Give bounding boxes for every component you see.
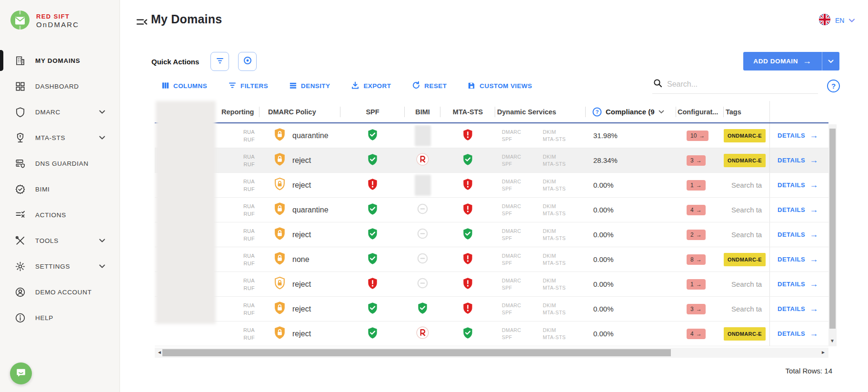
configurations-badge[interactable]: 8→ [687,254,706,265]
table-row[interactable]: RUARUF none DMARCSPF DKIMMTA-STS 0.00% 8… [155,247,828,272]
table-row[interactable]: RUARUF reject DMARCSPF DKIMMTA-STS 0.00%… [155,173,828,198]
tag-search-placeholder[interactable]: Search ta [724,206,762,214]
tags-cell: ONDMARC-E [724,148,769,172]
scroll-right-icon[interactable]: ► [821,350,826,355]
details-link[interactable]: DETAILS → [769,322,828,346]
details-link[interactable]: DETAILS → [769,297,828,321]
details-link[interactable]: DETAILS → [769,272,828,296]
scroll-down-icon[interactable]: ▼ [830,338,835,343]
sidebar-item-help[interactable]: HELP [0,305,120,331]
bimi-cell [405,123,440,148]
table-row[interactable]: RUARUF reject DMARCSPF DKIMMTA-STS 0.00%… [155,297,828,322]
column-header-mta-sts[interactable]: MTA-STS [440,101,495,122]
configurations-badge[interactable]: 10→ [687,131,708,141]
tag-badge[interactable]: ONDMARC-E [724,327,766,341]
brand-logo[interactable]: RED SIFT OnDMARC [10,10,79,32]
sidebar-item-mta-sts[interactable]: MTA-STS [0,125,120,151]
toolbar-filters-button[interactable]: FILTERS [228,81,268,91]
tag-badge[interactable]: ONDMARC-E [724,129,766,142]
table-row[interactable]: RUARUF quarantine DMARCSPF DKIMMTA-STS 3… [155,123,828,148]
tag-search-placeholder[interactable]: Search ta [724,280,762,288]
uk-flag-icon [818,13,831,28]
column-header-configurat-[interactable]: Configurat... [676,101,724,122]
configurations-badge[interactable]: 3→ [687,304,706,314]
configurations-badge[interactable]: 3→ [687,155,706,166]
horizontal-scrollbar[interactable]: ◄ ► [155,348,828,358]
column-header-compliance-9[interactable]: ? Compliance (9 [586,101,676,122]
configurations-badge[interactable]: 4→ [687,205,706,215]
configurations-badge[interactable]: 1→ [687,279,706,290]
details-link[interactable]: DETAILS → [769,198,828,222]
add-domain-dropdown[interactable] [822,60,839,63]
toolbar-custom-views-button[interactable]: CUSTOM VIEWS [468,81,532,91]
details-link[interactable]: DETAILS → [769,123,828,148]
tag-search-placeholder[interactable]: Search ta [724,181,762,189]
sidebar-item-my-domains[interactable]: MY DOMAINS [0,48,120,73]
details-link[interactable]: DETAILS → [769,247,828,271]
table-row[interactable]: RUARUF quarantine DMARCSPF DKIMMTA-STS 0… [155,198,828,222]
table-row[interactable]: RUARUF reject DMARCSPF DKIMMTA-STS 0.00%… [155,272,828,297]
sort-chevron-icon[interactable] [658,110,664,114]
configurations-cell: 3→ [676,148,724,172]
toolbar-density-button[interactable]: DENSITY [289,81,330,91]
column-header-spf[interactable]: SPF [340,101,405,122]
sidebar-item-dmarc[interactable]: DMARC [0,99,120,125]
person-icon [14,286,26,298]
configurations-badge[interactable]: 4→ [687,329,706,339]
tag-badge[interactable]: ONDMARC-E [724,154,766,167]
total-rows-label: Total Rows: 14 [786,367,832,375]
sidebar-collapse-icon[interactable] [136,16,148,30]
vertical-scrollbar-thumb[interactable] [829,129,836,329]
table-row[interactable]: RUARUF reject DMARCSPF DKIMMTA-STS 0.00%… [155,222,828,247]
bimi-logo-icon [416,153,429,168]
configurations-cell: 2→ [676,222,724,247]
tag-search-placeholder[interactable]: Search ta [724,231,762,239]
configurations-badge[interactable]: 2→ [687,230,706,240]
search-field[interactable] [652,78,818,94]
tag-search-placeholder[interactable]: Search ta [724,305,762,313]
table-body: RUARUF quarantine DMARCSPF DKIMMTA-STS 3… [155,123,828,346]
sidebar-item-dashboard[interactable]: DASHBOARD [0,73,120,99]
mta-sts-cell [440,297,495,321]
sidebar-item-actions[interactable]: ACTIONS [0,202,120,228]
details-link[interactable]: DETAILS → [769,222,828,247]
column-header-reporting[interactable]: Reporting [212,101,259,122]
toolbar-reset-button[interactable]: RESET [412,81,447,91]
tools-icon [14,235,26,246]
help-button[interactable]: ? [827,80,840,92]
add-domain-button[interactable]: ADD DOMAIN → [743,52,839,70]
help-circle-icon[interactable]: ? [592,107,602,117]
sidebar-item-bimi[interactable]: BIMI [0,176,120,202]
column-header-bimi[interactable]: BIMI [405,101,440,122]
compliance-cell: 31.98% [586,123,676,148]
quick-view-button[interactable] [238,52,257,71]
horizontal-scrollbar-thumb[interactable] [162,349,671,356]
sidebar-item-settings[interactable]: SETTINGS [0,253,120,279]
vertical-scrollbar[interactable]: ▼ [828,124,837,346]
column-header-tags[interactable]: Tags [724,101,769,122]
arrow-right-icon: → [696,231,702,238]
table-row[interactable]: RUARUF reject DMARCSPF DKIMMTA-STS 28.34… [155,148,828,173]
sidebar-item-demo-account[interactable]: DEMO ACCOUNT [0,279,120,305]
rua-label: RUA [243,277,255,284]
column-header-dynamic-services[interactable]: Dynamic Services [495,101,586,122]
sidebar-item-label: SETTINGS [35,263,70,270]
toolbar-columns-button[interactable]: COLUMNS [161,81,207,91]
column-header-dmarc-policy[interactable]: DMARC Policy [259,101,340,122]
details-link[interactable]: DETAILS → [769,173,828,197]
tag-badge[interactable]: ONDMARC-E [724,253,766,266]
table-row[interactable]: RUARUF reject DMARCSPF DKIMMTA-STS 0.00%… [155,322,828,346]
language-selector[interactable]: EN [818,13,855,28]
configurations-cell: 10→ [676,123,724,148]
details-link[interactable]: DETAILS → [769,148,828,172]
scroll-left-icon[interactable]: ◄ [157,350,162,355]
sidebar-item-dns-guardian[interactable]: DNS GUARDIAN [0,151,120,176]
configurations-badge[interactable]: 1→ [687,180,706,191]
sidebar-item-label: ACTIONS [35,211,66,219]
chat-bubble-button[interactable] [10,362,32,384]
search-input[interactable] [667,80,805,89]
quick-filter-button[interactable] [210,52,229,71]
toolbar-export-button[interactable]: EXPORT [351,81,391,91]
status-none-icon [417,278,428,291]
sidebar-item-tools[interactable]: TOOLS [0,228,120,253]
